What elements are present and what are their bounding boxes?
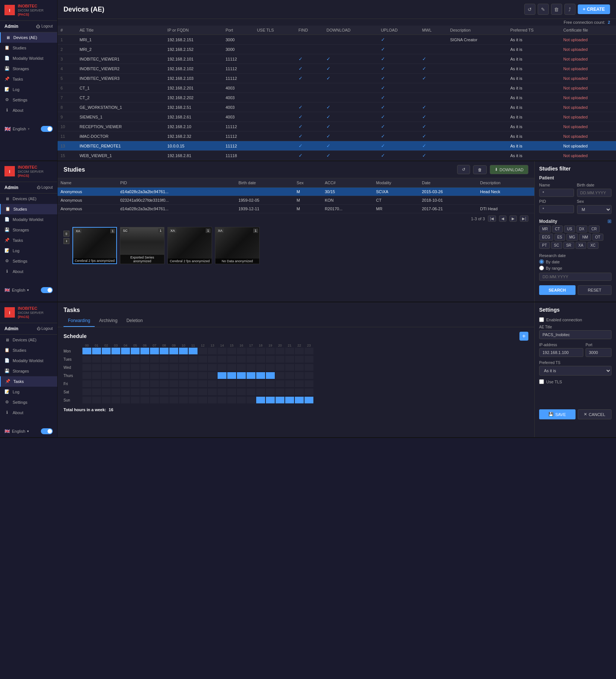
time-cell[interactable] [198, 388, 208, 396]
time-cell[interactable] [82, 380, 92, 387]
time-cell[interactable] [227, 364, 237, 371]
time-cell[interactable] [130, 347, 140, 355]
time-cell[interactable] [275, 380, 285, 387]
time-cell[interactable] [121, 347, 130, 355]
time-cell[interactable] [246, 396, 256, 404]
time-cell[interactable] [92, 380, 101, 387]
time-cell[interactable] [130, 355, 140, 363]
time-cell[interactable] [198, 364, 208, 371]
time-cell[interactable] [140, 380, 150, 387]
time-cell[interactable] [121, 388, 130, 396]
sidebar-item-storages-1[interactable]: 💾 Storages [0, 64, 57, 74]
time-cell[interactable] [188, 372, 198, 379]
time-cell[interactable] [237, 372, 246, 379]
time-cell[interactable] [294, 355, 304, 363]
time-cell[interactable] [256, 396, 265, 404]
time-cell[interactable] [188, 364, 198, 371]
time-cell[interactable] [179, 355, 188, 363]
sidebar-item-log-3[interactable]: 📝Log [0, 387, 57, 397]
pg-first[interactable]: |◀ [488, 215, 496, 222]
sidebar-item-settings-1[interactable]: ⚙ Settings [0, 95, 57, 105]
time-cell[interactable] [246, 372, 256, 379]
thumbnail-3[interactable]: XA 1 Cerebral 2 fps anonymized [167, 227, 212, 264]
time-cell[interactable] [198, 396, 208, 404]
toggle-3[interactable] [41, 428, 53, 434]
time-cell[interactable] [130, 372, 140, 379]
time-cell[interactable] [130, 388, 140, 396]
time-cell[interactable] [237, 347, 246, 355]
lang-label-1[interactable]: English [13, 127, 26, 131]
mod-pt[interactable]: PT [539, 242, 550, 249]
tab-archiving[interactable]: Archiving [95, 315, 122, 327]
logout-btn-1[interactable]: ⏻ Logout [36, 24, 53, 29]
time-cell[interactable] [198, 372, 208, 379]
save-button[interactable]: 💾 SAVE [539, 409, 576, 419]
time-cell[interactable] [265, 355, 275, 363]
mod-xc[interactable]: XC [587, 242, 599, 249]
time-cell[interactable] [150, 380, 159, 387]
time-cell[interactable] [208, 364, 217, 371]
sidebar-item-modality-2[interactable]: 📄Modality Worklist [0, 214, 57, 225]
sidebar-item-settings-2[interactable]: ⚙Settings [0, 256, 57, 266]
study-row-1[interactable]: Anonymous d14a028c2a3a2bc94761... M 30/1… [58, 188, 534, 196]
time-cell[interactable] [150, 364, 159, 371]
table-row[interactable]: 3INOBITEC_VIEWER1192.168.2.10111112✓✓✓✓A… [58, 54, 616, 64]
time-cell[interactable] [217, 372, 227, 379]
sidebar-item-storages-2[interactable]: 💾Storages [0, 225, 57, 235]
time-cell[interactable] [188, 396, 198, 404]
time-cell[interactable] [265, 388, 275, 396]
time-cell[interactable] [227, 355, 237, 363]
time-cell[interactable] [265, 364, 275, 371]
time-cell[interactable] [101, 388, 111, 396]
time-cell[interactable] [111, 396, 121, 404]
time-cell[interactable] [285, 347, 294, 355]
toggle-2[interactable] [41, 287, 53, 293]
thumbnail-1[interactable]: XA 1 Cerebral 2 fps anonymized [72, 227, 117, 264]
time-cell[interactable] [285, 355, 294, 363]
time-cell[interactable] [275, 347, 285, 355]
time-cell[interactable] [275, 388, 285, 396]
time-cell[interactable] [169, 355, 179, 363]
enabled-conn-checkbox[interactable] [539, 317, 544, 322]
sidebar-item-devices-2[interactable]: 🖥Devices (AE) [0, 194, 57, 204]
mod-us[interactable]: US [564, 225, 575, 233]
time-cell[interactable] [198, 355, 208, 363]
time-cell[interactable] [111, 380, 121, 387]
time-cell[interactable] [101, 364, 111, 371]
time-cell[interactable] [92, 347, 101, 355]
modality-expand-icon[interactable]: ⊞ [607, 218, 612, 224]
edit-btn[interactable]: ✎ [538, 4, 549, 15]
time-cell[interactable] [169, 347, 179, 355]
time-cell[interactable] [159, 388, 169, 396]
time-cell[interactable] [275, 355, 285, 363]
create-button[interactable]: + CREATE [578, 4, 610, 14]
table-row[interactable]: 6CT_1192.168.2.2014003✓As it isNot uploa… [58, 83, 616, 93]
mod-sr[interactable]: SR [563, 242, 574, 249]
sidebar-item-tasks-3[interactable]: 📌Tasks [0, 376, 57, 387]
time-cell[interactable] [169, 388, 179, 396]
mod-es[interactable]: ES [554, 234, 565, 241]
time-cell[interactable] [121, 355, 130, 363]
time-cell[interactable] [82, 388, 92, 396]
time-cell[interactable] [304, 388, 314, 396]
pref-ts-select[interactable]: As it is JPEG JPEG 2000 Raw [539, 366, 612, 376]
time-cell[interactable] [217, 380, 227, 387]
mod-dx[interactable]: DX [576, 225, 587, 233]
time-cell[interactable] [304, 364, 314, 371]
time-cell[interactable] [150, 372, 159, 379]
time-cell[interactable] [179, 347, 188, 355]
time-cell[interactable] [140, 372, 150, 379]
time-cell[interactable] [140, 388, 150, 396]
time-cell[interactable] [82, 364, 92, 371]
use-tls-checkbox[interactable] [539, 379, 544, 384]
sidebar-item-studies-2[interactable]: 📋Studies [0, 204, 57, 214]
time-cell[interactable] [179, 372, 188, 379]
cancel-button[interactable]: ✕ CANCEL [578, 409, 612, 419]
mod-ecg[interactable]: ECG [539, 234, 553, 241]
time-cell[interactable] [179, 380, 188, 387]
sidebar-item-about-3[interactable]: ℹAbout [0, 407, 57, 418]
time-cell[interactable] [256, 347, 265, 355]
time-cell[interactable] [304, 396, 314, 404]
time-cell[interactable] [217, 396, 227, 404]
sidebar-item-about-1[interactable]: ℹ About [0, 105, 57, 116]
